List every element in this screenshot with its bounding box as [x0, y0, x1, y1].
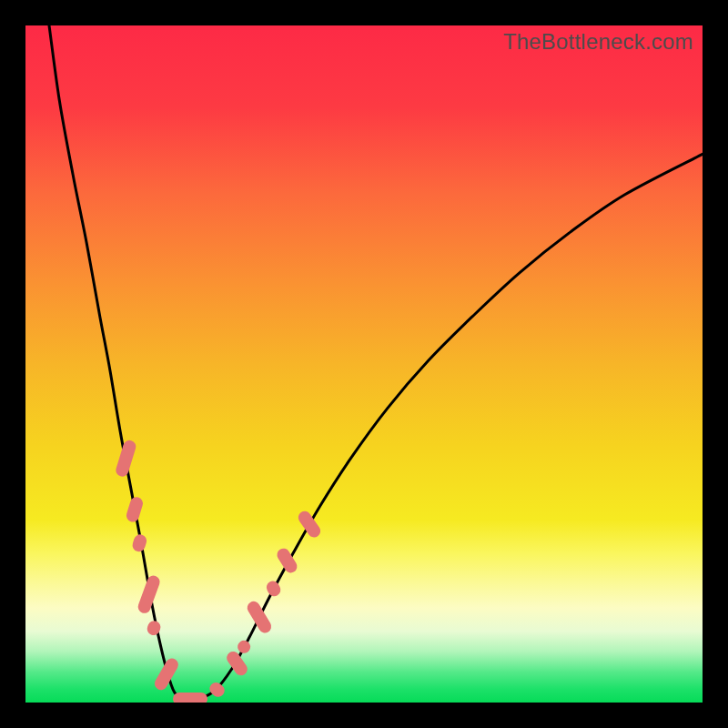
curve-marker — [146, 619, 163, 637]
curve-marker — [207, 680, 227, 700]
curve-marker — [152, 656, 180, 693]
curve-marker — [245, 599, 273, 634]
curve-marker — [125, 496, 145, 524]
curve-marker — [275, 546, 299, 575]
plot-area: TheBottleneck.com — [25, 25, 703, 703]
curve-marker — [114, 440, 136, 479]
curve-marker — [296, 509, 323, 540]
data-markers — [25, 25, 703, 703]
curve-marker — [173, 693, 207, 703]
curve-marker — [136, 573, 161, 615]
curve-marker — [264, 579, 283, 599]
curve-marker — [131, 533, 148, 553]
attribution-watermark: TheBottleneck.com — [503, 29, 693, 55]
chart-frame: TheBottleneck.com — [0, 0, 728, 728]
